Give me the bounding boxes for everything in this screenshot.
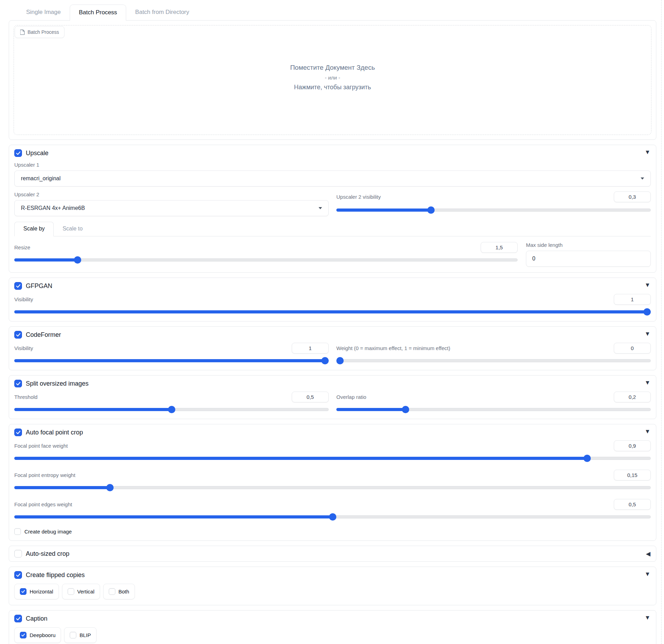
tab-single-image[interactable]: Single Image — [17, 4, 70, 20]
focal-face-weight-slider[interactable] — [14, 455, 651, 462]
page-edge-dashed-border — [661, 0, 662, 644]
split-oversized-checkbox[interactable] — [14, 380, 22, 387]
overlap-ratio-number-input[interactable]: 0,2 — [614, 392, 651, 402]
caption-title: Caption — [26, 615, 47, 622]
codeformer-visibility-number-input[interactable]: 1 — [292, 343, 329, 354]
slider-thumb[interactable] — [583, 455, 591, 462]
gfpgan-visibility-number-input[interactable]: 1 — [614, 294, 651, 305]
focal-edges-weight-number-input[interactable]: 0,5 — [614, 499, 651, 510]
both-checkbox[interactable] — [109, 588, 115, 595]
codeformer-visibility-label: Visibility — [14, 345, 33, 351]
auto-focal-point-crop-title: Auto focal point crop — [26, 429, 83, 436]
split-oversized-section: Split oversized images ▼ Threshold 0,5 O… — [9, 375, 656, 419]
focal-entropy-weight-number-input[interactable]: 0,15 — [614, 470, 651, 480]
tab-batch-process[interactable]: Batch Process — [70, 5, 126, 21]
upscaler2-visibility-number-input[interactable]: 0,3 — [614, 191, 651, 202]
auto-focal-point-crop-checkbox[interactable] — [14, 429, 22, 436]
file-drop-zone[interactable]: Batch Process Поместите Документ Здесь -… — [14, 25, 651, 135]
upscaler2-visibility-slider[interactable] — [336, 206, 651, 214]
codeformer-weight-label: Weight (0 = maximum effect, 1 = minimum … — [336, 345, 450, 351]
slider-thumb[interactable] — [168, 406, 175, 413]
slider-thumb[interactable] — [74, 256, 81, 264]
focal-edges-weight-slider[interactable] — [14, 513, 651, 521]
codeformer-weight-number-input[interactable]: 0 — [614, 343, 651, 354]
slider-fill — [14, 359, 329, 362]
batch-process-panel: Batch Process Поместите Документ Здесь -… — [9, 20, 656, 140]
scale-tab-bar: Scale by Scale to — [14, 222, 651, 236]
both-label: Both — [119, 589, 129, 594]
slider-thumb[interactable] — [643, 308, 651, 316]
focal-face-weight-label: Focal point face weight — [14, 443, 68, 449]
gfpgan-collapse-caret-icon[interactable]: ▼ — [644, 282, 650, 288]
caption-collapse-caret-icon[interactable]: ▼ — [644, 615, 650, 621]
upscale-collapse-caret-icon[interactable]: ▼ — [644, 149, 650, 155]
tab-batch-from-directory[interactable]: Batch from Directory — [126, 4, 198, 20]
slider-fill — [336, 408, 405, 411]
focal-entropy-weight-label: Focal point entropy weight — [14, 472, 75, 478]
gfpgan-visibility-slider[interactable] — [14, 308, 651, 316]
top-tab-bar: Single Image Batch Process Batch from Di… — [9, 4, 656, 20]
upscale-checkbox[interactable] — [14, 149, 22, 157]
create-debug-image-checkbox[interactable] — [14, 528, 21, 535]
codeformer-visibility-slider[interactable] — [14, 357, 329, 364]
horizontal-checkbox[interactable] — [20, 588, 26, 595]
resize-slider[interactable] — [14, 256, 518, 264]
focal-collapse-caret-icon[interactable]: ▼ — [644, 429, 650, 434]
slider-thumb[interactable] — [427, 206, 435, 214]
codeformer-checkbox[interactable] — [14, 331, 22, 339]
blip-checkbox[interactable] — [70, 632, 76, 638]
chevron-down-icon — [641, 177, 644, 180]
slider-fill — [336, 209, 431, 212]
upscaler1-dropdown[interactable]: remacri_original — [14, 171, 651, 187]
flip-option-vertical[interactable]: Vertical — [62, 584, 100, 599]
caption-checkbox[interactable] — [14, 615, 22, 622]
flipped-collapse-caret-icon[interactable]: ▼ — [644, 571, 650, 577]
upscaler2-value: R-ESRGAN 4x+ Anime6B — [21, 205, 319, 211]
slider-thumb[interactable] — [321, 357, 329, 364]
max-side-length-input[interactable]: 0 — [526, 251, 651, 267]
auto-sized-crop-section: Auto-sized crop ◀ — [9, 546, 656, 562]
slider-thumb[interactable] — [402, 406, 409, 413]
caption-option-deepbooru[interactable]: Deepbooru — [14, 627, 61, 643]
overlap-ratio-label: Overlap ratio — [336, 394, 366, 400]
caption-section: Caption ▼ Deepbooru BLIP — [9, 610, 656, 644]
flip-option-horizontal[interactable]: Horizontal — [14, 584, 59, 599]
split-collapse-caret-icon[interactable]: ▼ — [644, 380, 650, 386]
overlap-ratio-slider[interactable] — [336, 406, 651, 413]
focal-edges-weight-label: Focal point edges weight — [14, 501, 72, 507]
threshold-slider[interactable] — [14, 406, 329, 413]
codeformer-section: CodeFormer ▼ Visibility 1 Weight (0 = ma… — [9, 326, 656, 370]
upscaler1-label: Upscaler 1 — [14, 162, 651, 168]
slider-thumb[interactable] — [336, 357, 344, 364]
create-flipped-copies-checkbox[interactable] — [14, 571, 22, 579]
auto-sized-crop-collapsed-caret-icon[interactable]: ◀ — [646, 551, 650, 557]
focal-face-weight-number-input[interactable]: 0,9 — [614, 440, 651, 451]
caption-option-blip[interactable]: BLIP — [64, 627, 97, 643]
slider-thumb[interactable] — [106, 484, 114, 491]
slider-thumb[interactable] — [329, 513, 336, 521]
flip-option-both[interactable]: Both — [103, 584, 135, 599]
max-side-length-label: Max side length — [526, 242, 651, 248]
auto-sized-crop-checkbox[interactable] — [14, 550, 22, 558]
tab-scale-by[interactable]: Scale by — [14, 222, 54, 236]
auto-focal-point-crop-section: Auto focal point crop ▼ Focal point face… — [9, 424, 656, 541]
create-debug-image-label: Create debug image — [24, 529, 72, 535]
resize-number-input[interactable]: 1,5 — [481, 242, 518, 253]
gfpgan-title: GFPGAN — [26, 282, 52, 290]
codeformer-weight-slider[interactable] — [336, 357, 651, 364]
slider-track — [14, 258, 518, 262]
slider-fill — [14, 258, 77, 262]
focal-entropy-weight-slider[interactable] — [14, 484, 651, 491]
vertical-checkbox[interactable] — [68, 588, 74, 595]
split-oversized-title: Split oversized images — [26, 380, 89, 387]
gfpgan-visibility-label: Visibility — [14, 296, 33, 302]
upscaler2-dropdown[interactable]: R-ESRGAN 4x+ Anime6B — [14, 200, 329, 216]
threshold-label: Threshold — [14, 394, 38, 400]
dropzone-line2: - или - — [14, 75, 651, 81]
tab-scale-to[interactable]: Scale to — [54, 222, 91, 236]
threshold-number-input[interactable]: 0,5 — [292, 392, 329, 402]
codeformer-collapse-caret-icon[interactable]: ▼ — [644, 331, 650, 337]
gfpgan-checkbox[interactable] — [14, 282, 22, 290]
deepbooru-checkbox[interactable] — [20, 632, 26, 638]
file-icon — [20, 29, 25, 35]
